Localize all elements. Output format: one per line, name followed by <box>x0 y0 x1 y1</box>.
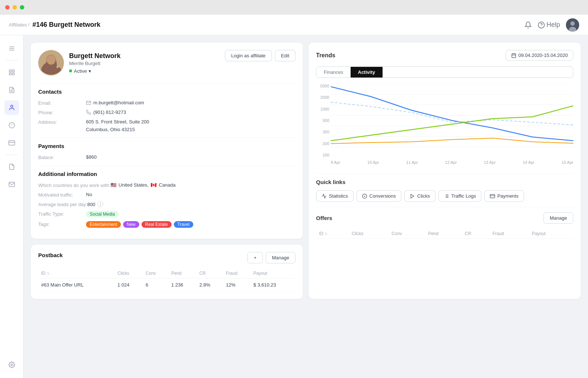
content-area: Burgett Network Merrile Burgett Active ▾… <box>24 35 588 378</box>
svg-point-14 <box>11 105 13 107</box>
main-layout: Burgett Network Merrile Burgett Active ▾… <box>0 35 588 378</box>
offers-col-fraud: Fraud <box>490 229 529 239</box>
sidebar-item-menu[interactable] <box>4 41 19 56</box>
tab-activity[interactable]: Activity <box>351 67 383 78</box>
balance-value: $860 <box>86 154 97 160</box>
quick-link-clicks[interactable]: Clicks <box>404 190 435 202</box>
contacts-title: Contacts <box>38 89 295 95</box>
quick-link-clicks-label: Clicks <box>417 193 430 199</box>
trends-title: Trends <box>316 52 335 59</box>
postback-col-conv: Conv <box>143 269 168 278</box>
quick-link-payments[interactable]: Payments <box>484 190 524 202</box>
phone-label: Phone: <box>38 109 86 115</box>
offers-manage-button[interactable]: Manage <box>544 212 573 224</box>
offers-header: Offers Manage <box>316 212 573 224</box>
svg-rect-11 <box>9 73 11 75</box>
orange-line <box>331 138 573 144</box>
y-label-2000: 2000 <box>316 95 329 100</box>
traffic-type-tag: Social Media <box>86 211 119 217</box>
sort-icon: ⇅ <box>325 232 327 236</box>
sidebar-item-dashboard[interactable] <box>4 65 19 80</box>
quick-links-title: Quick links <box>316 179 573 185</box>
motivated-label: Motivated traffic: <box>38 192 86 198</box>
breadcrumb: Affiliates / <box>9 22 29 28</box>
countries-value: 🇺🇸 United States, 🇨🇦 Canada <box>111 182 176 188</box>
notifications-button[interactable] <box>524 21 532 29</box>
sidebar-item-contacts[interactable] <box>4 83 19 97</box>
help-button[interactable]: Help <box>538 21 560 29</box>
profile-card: Burgett Network Merrile Burgett Active ▾… <box>31 43 303 239</box>
svg-rect-8 <box>9 70 11 72</box>
sidebar-item-settings[interactable] <box>4 357 19 372</box>
tag-new: New <box>123 221 139 228</box>
titlebar <box>0 0 588 15</box>
divider-additional <box>38 165 295 166</box>
date-range-picker[interactable]: 09.04.2020-15.04.2020 <box>506 50 573 61</box>
chart-lines <box>331 84 573 157</box>
row-id: #63 Main Offer URL <box>38 278 115 292</box>
sidebar-item-reports[interactable] <box>4 159 19 174</box>
balance-row: Balace: $860 <box>38 154 295 160</box>
y-label-1000: 1000 <box>316 107 329 111</box>
postback-col-clicks: Clicks <box>115 269 143 278</box>
email-row: Email: m.burgett@hotmail.com <box>38 100 295 106</box>
traffic-type-value: Social Media <box>86 211 119 217</box>
profile-header: Burgett Network Merrile Burgett Active ▾… <box>38 50 295 76</box>
x-label-11apr: 11 Apr <box>406 160 418 165</box>
quick-link-statistics[interactable]: Statistics <box>316 190 354 202</box>
address-row: Address: 605 S. Front Street, Suite 200 … <box>38 119 295 132</box>
email-label: Email: <box>38 100 86 106</box>
offers-table: ID ⇅ Clicks Conv Pend CR Fraud Payout <box>316 229 573 239</box>
x-label-10apr: 10 Apr <box>368 160 379 165</box>
sidebar-item-payments[interactable] <box>4 136 19 150</box>
sidebar-divider-1 <box>6 60 18 61</box>
postback-header: Postback + Manage <box>38 252 295 263</box>
info-icon: i <box>97 201 103 207</box>
close-dot <box>5 5 10 10</box>
breadcrumb-area: Affiliates / #146 Burgett Network <box>9 21 100 29</box>
avatar <box>38 50 64 76</box>
countries-row: Which countries do you work with: 🇺🇸 Uni… <box>38 182 295 188</box>
blue-line <box>331 87 573 141</box>
row-conv: 6 <box>143 278 168 292</box>
postback-col-fraud: Fraud <box>223 269 251 278</box>
divider-quick-links <box>316 173 573 174</box>
offers-col-id: ID ⇅ <box>316 229 349 239</box>
sidebar-item-messages[interactable] <box>4 177 19 192</box>
x-label-9apr: 9 Apr <box>331 160 340 165</box>
row-cr: 2.8% <box>197 278 223 292</box>
sidebar-item-offers[interactable] <box>4 118 19 133</box>
sidebar-item-affiliates[interactable] <box>4 100 19 115</box>
quick-link-traffic-logs[interactable]: Traffic Logs <box>438 190 481 202</box>
postback-add-button[interactable]: + <box>247 252 263 263</box>
tag-entertainment: Entertainment <box>86 221 121 228</box>
tags-value: Entertainment New Real Estate Travel <box>86 221 193 228</box>
y-label-200: 200 <box>316 141 329 146</box>
divider-payments <box>38 137 295 138</box>
y-label-500: 500 <box>316 118 329 123</box>
balance-label: Balace: <box>38 154 86 160</box>
postback-table: ID ⇅ Clicks Conv Pend CR Fraud Payout #6… <box>38 269 295 292</box>
login-as-affiliate-button[interactable]: Login as affiliate <box>225 50 272 61</box>
edit-button[interactable]: Edit <box>275 50 295 61</box>
us-flag-icon: 🇺🇸 <box>111 182 116 188</box>
avatar[interactable] <box>566 18 579 32</box>
quick-link-conversions[interactable]: Conversions <box>356 190 401 202</box>
trend-tabs: Finances Activity <box>316 66 573 78</box>
status-badge[interactable]: Active ▾ <box>69 68 91 74</box>
offers-col-pend: Pend <box>425 229 462 239</box>
maximize-dot <box>20 5 24 10</box>
chart-svg <box>331 84 573 157</box>
svg-rect-45 <box>490 194 495 198</box>
divider-offers <box>316 207 573 207</box>
offers-col-clicks: Clicks <box>349 229 389 239</box>
topnav: Affiliates / #146 Burgett Network Help <box>0 15 588 35</box>
offer-link[interactable]: #63 Main Offer URL <box>41 282 83 288</box>
leads-row: Average leads per day: 800 i <box>38 201 295 207</box>
trends-chart: 5000 2000 1000 500 300 200 100 <box>316 84 573 165</box>
row-fraud: 12% <box>223 278 251 292</box>
postback-manage-button[interactable]: Manage <box>266 252 295 263</box>
date-range-label: 09.04.2020-15.04.2020 <box>519 53 568 58</box>
tab-finances[interactable]: Finances <box>316 67 351 78</box>
trends-card: Trends 09.04.2020-15.04.2020 Finances Ac… <box>309 43 581 299</box>
